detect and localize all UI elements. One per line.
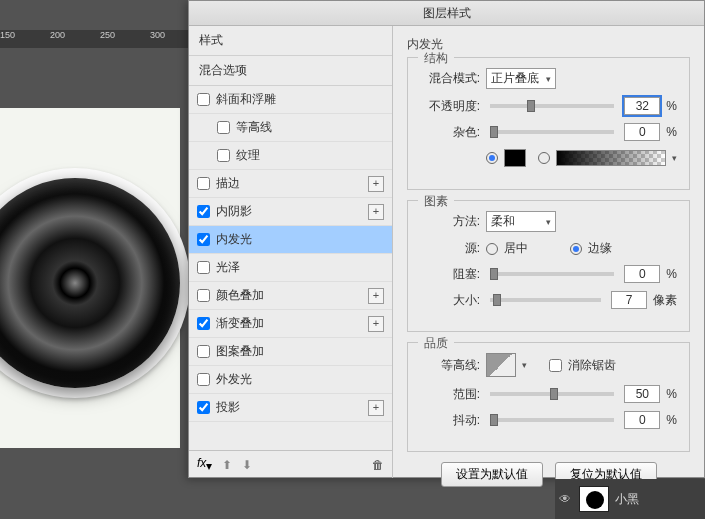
style-texture-sub[interactable]: 纹理 xyxy=(189,142,392,170)
gradient-overlay-checkbox[interactable] xyxy=(197,317,210,330)
quality-label: 品质 xyxy=(418,335,454,352)
stroke-checkbox[interactable] xyxy=(197,177,210,190)
color-overlay-checkbox[interactable] xyxy=(197,289,210,302)
texture-sub-checkbox[interactable] xyxy=(217,149,230,162)
outer-glow-checkbox[interactable] xyxy=(197,373,210,386)
jitter-slider[interactable] xyxy=(490,418,614,422)
quality-group: 品质 等高线: ▾ 消除锯齿 范围: 50 % 抖动: xyxy=(407,342,690,452)
gradient-overlay-add-icon[interactable]: + xyxy=(368,316,384,332)
structure-group: 结构 混合模式: 正片叠底▾ 不透明度: 32 % 杂色: 0 % xyxy=(407,57,690,190)
source-center-radio[interactable] xyxy=(486,243,498,255)
choke-slider[interactable] xyxy=(490,272,614,276)
size-label: 大小: xyxy=(420,292,480,309)
style-drop-shadow[interactable]: 投影+ xyxy=(189,394,392,422)
style-inner-glow[interactable]: 内发光 xyxy=(189,226,392,254)
range-slider[interactable] xyxy=(490,392,614,396)
noise-label: 杂色: xyxy=(420,124,480,141)
color-overlay-add-icon[interactable]: + xyxy=(368,288,384,304)
dialog-title: 图层样式 xyxy=(189,1,704,26)
antialias-checkbox[interactable] xyxy=(549,359,562,372)
layer-visibility-icon[interactable]: 👁 xyxy=(559,492,573,506)
choke-input[interactable]: 0 xyxy=(624,265,660,283)
blend-mode-label: 混合模式: xyxy=(420,70,480,87)
blend-mode-select[interactable]: 正片叠底▾ xyxy=(486,68,556,89)
move-up-icon[interactable]: ⬆ xyxy=(222,458,232,472)
source-label: 源: xyxy=(420,240,480,257)
layer-panel: 👁 小黑 xyxy=(555,479,705,519)
gradient-swatch[interactable] xyxy=(556,150,666,166)
contour-sub-checkbox[interactable] xyxy=(217,121,230,134)
style-gradient-overlay[interactable]: 渐变叠加+ xyxy=(189,310,392,338)
style-color-overlay[interactable]: 颜色叠加+ xyxy=(189,282,392,310)
style-bevel[interactable]: 斜面和浮雕 xyxy=(189,86,392,114)
contour-swatch[interactable] xyxy=(486,353,516,377)
opacity-label: 不透明度: xyxy=(420,98,480,115)
trash-icon[interactable]: 🗑 xyxy=(372,458,384,472)
style-outer-glow[interactable]: 外发光 xyxy=(189,366,392,394)
style-satin[interactable]: 光泽 xyxy=(189,254,392,282)
style-inner-shadow[interactable]: 内阴影+ xyxy=(189,198,392,226)
noise-slider[interactable] xyxy=(490,130,614,134)
gradient-radio[interactable] xyxy=(538,152,550,164)
drop-shadow-add-icon[interactable]: + xyxy=(368,400,384,416)
stroke-add-icon[interactable]: + xyxy=(368,176,384,192)
styles-footer: fx▾ ⬆ ⬇ 🗑 xyxy=(189,450,392,478)
jitter-input[interactable]: 0 xyxy=(624,411,660,429)
noise-input[interactable]: 0 xyxy=(624,123,660,141)
range-label: 范围: xyxy=(420,386,480,403)
canvas-artboard xyxy=(0,108,180,448)
inner-shadow-checkbox[interactable] xyxy=(197,205,210,218)
size-slider[interactable] xyxy=(490,298,601,302)
style-contour-sub[interactable]: 等高线 xyxy=(189,114,392,142)
inner-glow-settings: 内发光 结构 混合模式: 正片叠底▾ 不透明度: 32 % 杂色: 0 % xyxy=(393,26,704,478)
contour-dropdown-icon[interactable]: ▾ xyxy=(522,360,527,370)
satin-checkbox[interactable] xyxy=(197,261,210,274)
method-label: 方法: xyxy=(420,213,480,230)
choke-label: 阻塞: xyxy=(420,266,480,283)
style-pattern-overlay[interactable]: 图案叠加 xyxy=(189,338,392,366)
inner-glow-checkbox[interactable] xyxy=(197,233,210,246)
move-down-icon[interactable]: ⬇ xyxy=(242,458,252,472)
color-radio[interactable] xyxy=(486,152,498,164)
range-input[interactable]: 50 xyxy=(624,385,660,403)
styles-list-panel: 样式 混合选项 斜面和浮雕 等高线 纹理 描边+ 内阴影+ 内发光 光泽 颜色叠… xyxy=(189,26,393,478)
bevel-checkbox[interactable] xyxy=(197,93,210,106)
method-select[interactable]: 柔和▾ xyxy=(486,211,556,232)
gradient-dropdown-icon[interactable]: ▾ xyxy=(672,153,677,163)
layer-name[interactable]: 小黑 xyxy=(615,491,639,508)
source-edge-radio[interactable] xyxy=(570,243,582,255)
elements-group: 图素 方法: 柔和▾ 源: 居中 边缘 阻塞: 0 % xyxy=(407,200,690,332)
elements-label: 图素 xyxy=(418,193,454,210)
size-input[interactable]: 7 xyxy=(611,291,647,309)
make-default-button[interactable]: 设置为默认值 xyxy=(441,462,543,487)
structure-label: 结构 xyxy=(418,50,454,67)
opacity-slider[interactable] xyxy=(490,104,614,108)
pattern-overlay-checkbox[interactable] xyxy=(197,345,210,358)
blend-options-header[interactable]: 混合选项 xyxy=(189,56,392,86)
fx-menu-icon[interactable]: fx▾ xyxy=(197,456,212,473)
opacity-input[interactable]: 32 xyxy=(624,97,660,115)
drop-shadow-checkbox[interactable] xyxy=(197,401,210,414)
styles-header[interactable]: 样式 xyxy=(189,26,392,56)
layer-style-dialog: 图层样式 样式 混合选项 斜面和浮雕 等高线 纹理 描边+ 内阴影+ 内发光 光… xyxy=(188,0,705,478)
layer-thumbnail[interactable] xyxy=(579,486,609,512)
color-swatch[interactable] xyxy=(504,149,526,167)
inner-shadow-add-icon[interactable]: + xyxy=(368,204,384,220)
style-stroke[interactable]: 描边+ xyxy=(189,170,392,198)
contour-label: 等高线: xyxy=(420,357,480,374)
jitter-label: 抖动: xyxy=(420,412,480,429)
